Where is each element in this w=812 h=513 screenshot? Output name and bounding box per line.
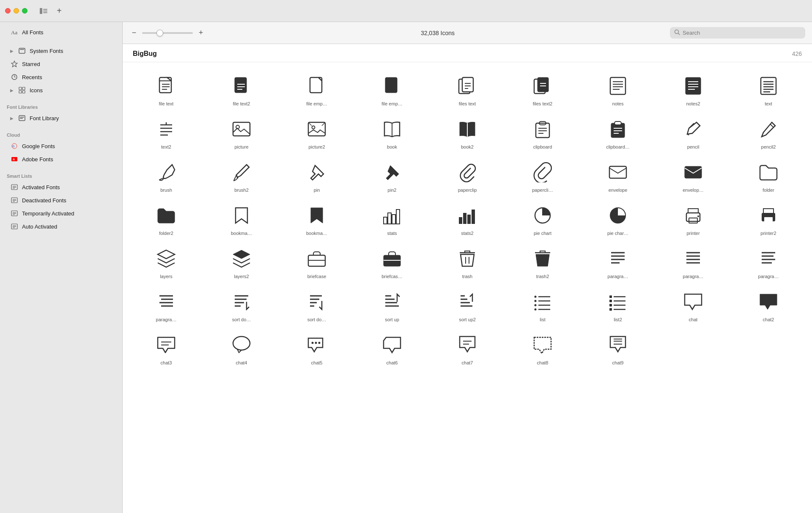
icon-item-pie-chart2[interactable]: pie char…: [581, 199, 655, 240]
icon-item-sort-down[interactable]: sort do…: [205, 285, 278, 326]
icon-item-chat8[interactable]: chat8: [506, 328, 579, 370]
icon-item-text2[interactable]: text2: [129, 112, 203, 154]
icon-item-chat2[interactable]: chat2: [732, 285, 805, 326]
sidebar-item-system-fonts[interactable]: ▶ System Fonts: [3, 44, 119, 57]
icon-item-file-empty[interactable]: file emp…: [280, 69, 354, 110]
icon-item-chat9[interactable]: chat9: [581, 328, 655, 370]
search-input[interactable]: [683, 30, 801, 36]
icon-name-book2: book2: [461, 144, 474, 149]
sidebar-item-adobe-fonts[interactable]: A Adobe Fonts: [3, 153, 119, 165]
search-container[interactable]: [670, 27, 805, 39]
icon-item-picture2[interactable]: picture2: [280, 112, 354, 154]
sidebar-item-all-fonts[interactable]: Aa All Fonts: [3, 26, 119, 39]
sidebar-item-icons[interactable]: ▶ Icons: [3, 84, 119, 97]
zoom-in-button[interactable]: +: [196, 28, 206, 38]
icon-item-bookmark2[interactable]: bookma…: [280, 199, 354, 240]
icon-item-clipboard2[interactable]: clipboard…: [581, 112, 655, 154]
icon-item-files-text[interactable]: files text: [431, 69, 504, 110]
icon-item-folder[interactable]: folder: [732, 155, 805, 197]
icon-item-pin[interactable]: pin: [280, 155, 354, 197]
icon-item-paragraph4[interactable]: paragra…: [129, 285, 203, 326]
system-fonts-label: System Fonts: [30, 48, 63, 54]
icon-item-notes[interactable]: notes: [581, 69, 655, 110]
all-fonts-icon: Aa: [10, 28, 19, 36]
icon-item-picture[interactable]: picture: [205, 112, 278, 154]
icon-item-brush[interactable]: brush: [129, 155, 203, 197]
icon-item-briefcase[interactable]: briefcase: [280, 242, 354, 283]
icon-item-chat5[interactable]: chat5: [280, 328, 354, 370]
icon-item-clipboard[interactable]: clipboard: [506, 112, 579, 154]
icon-item-paperclip[interactable]: paperclip: [431, 155, 504, 197]
close-button[interactable]: [5, 8, 11, 14]
icon-item-file-text[interactable]: file text: [129, 69, 203, 110]
icon-item-chat4[interactable]: chat4: [205, 328, 278, 370]
icon-item-bookmark[interactable]: bookma…: [205, 199, 278, 240]
icon-item-chat6[interactable]: chat6: [355, 328, 429, 370]
icon-item-paragraph3[interactable]: paragra…: [732, 242, 805, 283]
icon-item-stats[interactable]: stats: [355, 199, 429, 240]
icon-item-stats2[interactable]: stats2: [431, 199, 504, 240]
sidebar-item-recents[interactable]: Recents: [3, 71, 119, 83]
icon-item-sort-up[interactable]: sort up: [355, 285, 429, 326]
sidebar-item-activated-fonts[interactable]: Activated Fonts: [3, 181, 119, 193]
icon-item-trash2[interactable]: trash2: [506, 242, 579, 283]
svg-point-117: [697, 215, 699, 217]
main-content: − + 32,038 Icons: [123, 22, 812, 513]
icon-item-brush2[interactable]: brush2: [205, 155, 278, 197]
zoom-slider[interactable]: [142, 32, 193, 34]
sidebar-item-font-library[interactable]: ▶ Font Library: [3, 112, 119, 124]
svg-rect-64: [686, 77, 701, 94]
icon-item-text-icon[interactable]: text: [732, 69, 805, 110]
icon-svg-chat9: [606, 333, 630, 357]
icon-item-briefcase2[interactable]: briefcas…: [355, 242, 429, 283]
svg-text:G: G: [12, 145, 15, 148]
icon-name-chat4: chat4: [236, 360, 247, 365]
icon-item-paperclip2[interactable]: papercli…: [506, 155, 579, 197]
icon-item-chat7[interactable]: chat7: [431, 328, 504, 370]
icon-svg-list2: [606, 290, 630, 314]
icon-item-paragraph[interactable]: paragra…: [581, 242, 655, 283]
sidebar-item-google-fonts[interactable]: G Google Fonts: [3, 140, 119, 152]
svg-rect-106: [396, 210, 400, 224]
icon-name-paragraph4: paragra…: [156, 317, 177, 322]
icon-item-sort-down2[interactable]: sort do…: [280, 285, 354, 326]
icon-item-book[interactable]: book: [355, 112, 429, 154]
icon-item-sort-up2[interactable]: sort up2: [431, 285, 504, 326]
icon-item-list2[interactable]: list2: [581, 285, 655, 326]
icon-item-envelope[interactable]: envelope: [581, 155, 655, 197]
sidebar-item-starred[interactable]: Starred: [3, 58, 119, 70]
icon-item-notes2[interactable]: notes2: [656, 69, 730, 110]
icon-item-chat[interactable]: chat: [656, 285, 730, 326]
icon-item-pin2[interactable]: pin2: [355, 155, 429, 197]
icon-name-folder: folder: [763, 188, 774, 193]
sidebar-item-deactivated-fonts[interactable]: Deactivated Fonts: [3, 194, 119, 207]
sidebar-item-auto-activated[interactable]: Auto Activated: [3, 220, 119, 233]
icon-item-layers2[interactable]: layers2: [205, 242, 278, 283]
add-button[interactable]: +: [55, 6, 64, 16]
icon-svg-files-text2: [531, 74, 554, 98]
icon-item-list[interactable]: list: [506, 285, 579, 326]
sidebar-toggle-button[interactable]: [38, 6, 49, 16]
icon-item-pie-chart[interactable]: pie chart: [506, 199, 579, 240]
icon-item-printer[interactable]: printer: [656, 199, 730, 240]
icon-item-printer2[interactable]: printer2: [732, 199, 805, 240]
icon-item-folder2[interactable]: folder2: [129, 199, 203, 240]
icon-item-book2[interactable]: book2: [431, 112, 504, 154]
icon-item-pencil[interactable]: pencil: [656, 112, 730, 154]
sidebar-item-temporarily-activated[interactable]: Temporarily Activated: [3, 207, 119, 220]
icon-item-envelope2[interactable]: envelop…: [656, 155, 730, 197]
all-fonts-label: All Fonts: [22, 29, 44, 36]
icon-item-chat3[interactable]: chat3: [129, 328, 203, 370]
icon-name-pin: pin: [314, 188, 320, 193]
maximize-button[interactable]: [22, 8, 27, 14]
icon-item-file-text2[interactable]: file text2: [205, 69, 278, 110]
zoom-out-button[interactable]: −: [129, 28, 139, 38]
icon-item-file-empty2[interactable]: file emp…: [355, 69, 429, 110]
icon-item-pencil2[interactable]: pencil2: [732, 112, 805, 154]
icon-item-layers[interactable]: layers: [129, 242, 203, 283]
minimize-button[interactable]: [14, 8, 19, 14]
icon-item-trash[interactable]: trash: [431, 242, 504, 283]
icon-item-paragraph2[interactable]: paragra…: [656, 242, 730, 283]
icon-item-files-text2[interactable]: files text2: [506, 69, 579, 110]
svg-line-98: [689, 123, 694, 128]
